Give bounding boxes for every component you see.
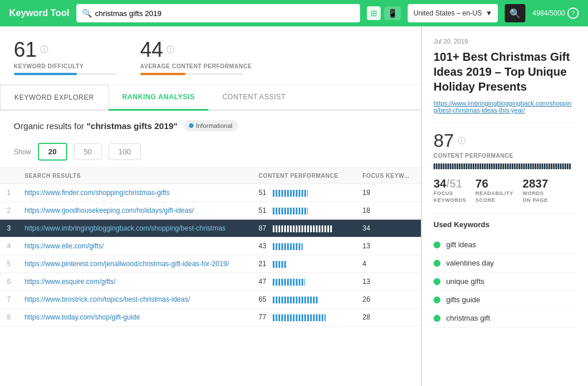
row-performance: 65 [252,291,355,309]
keyword-difficulty-bar [14,73,117,75]
credit-counter: 4984/5000 ? [532,7,579,19]
words-value: 2837 [523,177,548,190]
row-performance: 87 [252,220,355,237]
row-num: 2 [0,202,18,220]
results-title: Organic results for "christmas gifts 201… [14,121,177,131]
table-row[interactable]: 8 https://www.today.com/shop/gift-guide … [0,309,421,326]
region-selector[interactable]: United States – en-US ▼ [408,4,498,22]
table-row[interactable]: 7 https://www.brostrick.com/topics/best-… [0,291,421,309]
keyword-dot [434,278,440,285]
informational-badge: Informational [183,120,238,131]
keyword-text: gifts guide [446,295,480,304]
article-title: 101+ Best Christmas Gift Ideas 2019 – To… [434,49,577,94]
mobile-icon[interactable]: 📱 [384,6,401,20]
stats-row: 61 ⓘ KEYWORD DIFFICULTY 44 ⓘ AVERAGE CON… [0,26,421,85]
search-input[interactable] [95,9,354,18]
keyword-text: unique gifts [446,277,485,286]
keyword-dot [434,297,440,303]
row-url[interactable]: https://www.esquire.com/gifts/ [18,273,252,291]
article-date: Jul 20, 2019 [434,38,577,45]
show-50-button[interactable]: 50 [74,143,102,160]
focus-keywords-label: FOCUSKEYWORDS [434,190,466,204]
show-100-button[interactable]: 100 [109,143,141,160]
table-row[interactable]: 5 https://www.pinterest.com/jenallwood/c… [0,255,421,273]
readability-value: 76 [475,177,513,190]
perf-info[interactable]: ⓘ [458,136,466,146]
logo: Keyword Tool [9,8,69,18]
used-keywords-title: Used Keywords [434,220,577,229]
content-performance-label: CONTENT PERFORMANCE [434,153,577,159]
row-url[interactable]: https://www.pinterest.com/jenallwood/chr… [18,255,252,273]
table-row[interactable]: 2 https://www.goodhousekeeping.com/holid… [0,202,421,220]
show-label: Show [14,148,31,156]
search-icon: 🔍 [82,9,92,18]
avg-performance-stat: 44 ⓘ AVERAGE CONTENT PERFORMANCE [140,38,252,75]
readability-label: READABILITYSCORE [475,190,513,204]
show-20-button[interactable]: 20 [38,143,67,161]
words-metric: 2837 WORDSON PAGE [523,177,548,204]
keyword-dot [434,241,440,248]
table-row[interactable]: 3 https://www.imbringingbloggingback.com… [0,220,421,237]
search-bar: 🔍 [76,4,360,22]
row-num: 6 [0,273,18,291]
row-focus: 13 [355,273,421,291]
row-performance: 77 [252,309,355,326]
keyword-text: christmas gift [446,314,490,322]
keyword-item: unique gifts [434,272,577,291]
tab-ranking-analysis[interactable]: RANKING ANALYSIS [109,85,208,111]
table-header-row: SEARCH RESULTS CONTENT PERFORMANCE FOCUS… [0,168,421,184]
tabs: Keyword Explorer RANKING ANALYSIS Conten… [0,85,421,111]
monitor-icon[interactable]: ⊞ [367,6,381,20]
focus-keywords-value: 34/51 [434,177,466,190]
search-button[interactable]: 🔍 [505,4,525,22]
table-row[interactable]: 1 https://www.finder.com/shopping/christ… [0,184,421,202]
row-url[interactable]: https://www.elle.com/gifts/ [18,237,252,255]
col-search-results: SEARCH RESULTS [18,168,252,184]
main-content: 61 ⓘ KEYWORD DIFFICULTY 44 ⓘ AVERAGE CON… [0,26,588,386]
results-header: Organic results for "christmas gifts 201… [0,111,421,138]
row-url[interactable]: https://www.brostrick.com/topics/best-ch… [18,291,252,309]
avg-performance-label: AVERAGE CONTENT PERFORMANCE [140,63,252,69]
row-num: 4 [0,237,18,255]
col-num [0,168,18,184]
readability-metric: 76 READABILITYSCORE [475,177,513,204]
avg-performance-bar [140,73,243,75]
row-focus: 28 [355,309,421,326]
table-row[interactable]: 6 https://www.esquire.com/gifts/ 47 13 [0,273,421,291]
credit-circle: ? [567,7,579,19]
row-performance: 43 [252,237,355,255]
table-row[interactable]: 4 https://www.elle.com/gifts/ 43 13 [0,237,421,255]
row-url[interactable]: https://www.goodhousekeeping.com/holiday… [18,202,252,220]
tab-content-assist[interactable]: Content Assist [208,85,299,111]
keyword-dot [434,260,440,267]
badge-dot [189,123,194,128]
row-num: 8 [0,309,18,326]
region-dropdown-icon: ▼ [485,9,492,17]
row-num: 3 [0,220,18,237]
row-performance: 21 [252,255,355,273]
metrics-row: 34/51 FOCUSKEYWORDS 76 READABILITYSCORE … [434,177,577,204]
row-url[interactable]: https://www.imbringingbloggingback.com/s… [18,220,252,237]
keyword-item: valentines day [434,254,577,272]
tab-keyword-explorer[interactable]: Keyword Explorer [0,85,109,111]
row-url[interactable]: https://www.finder.com/shopping/christma… [18,184,252,202]
keyword-difficulty-label: KEYWORD DIFFICULTY [14,63,117,69]
keyword-item: gifts guide [434,291,577,309]
show-row: Show 20 50 100 [0,138,421,167]
keyword-text: gift ideas [446,240,476,249]
header-icons: ⊞ 📱 [367,6,401,20]
row-num: 5 [0,255,18,273]
keyword-dot [434,315,440,322]
article-url[interactable]: https://www.imbringingbloggingback.com/s… [434,100,577,114]
results-tbody: 1 https://www.finder.com/shopping/christ… [0,184,421,326]
region-text: United States – en-US [413,9,482,17]
row-url[interactable]: https://www.today.com/shop/gift-guide [18,309,252,326]
col-focus-keywords: FOCUS KEYW... [355,168,421,184]
keyword-difficulty-info[interactable]: ⓘ [40,45,48,55]
avg-performance-info[interactable]: ⓘ [167,45,175,55]
right-panel: Jul 20, 2019 101+ Best Christmas Gift Id… [421,26,588,386]
avg-performance-value: 44 ⓘ [140,38,252,62]
left-panel: 61 ⓘ KEYWORD DIFFICULTY 44 ⓘ AVERAGE CON… [0,26,421,386]
row-focus: 18 [355,202,421,220]
row-focus: 19 [355,184,421,202]
